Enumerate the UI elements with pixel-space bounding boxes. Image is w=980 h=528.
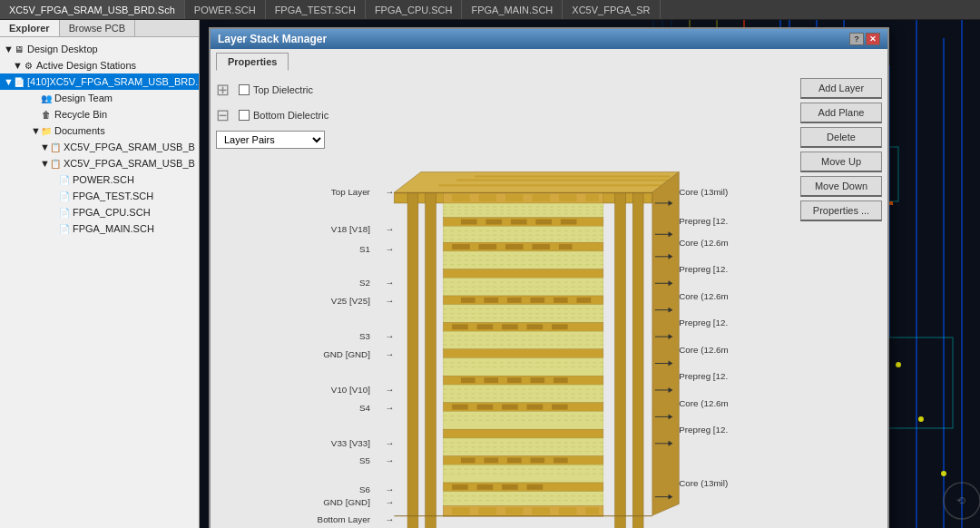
tree-item-design-team[interactable]: 👥 Design Team — [0, 90, 199, 106]
svg-text:Prepreg [12.: Prepreg [12. — [679, 264, 728, 274]
bottom-dielectric-text: Bottom Dielectric — [253, 110, 328, 121]
svg-rect-175 — [443, 492, 603, 506]
svg-rect-183 — [559, 507, 577, 514]
move-up-button[interactable]: Move Up — [800, 152, 882, 172]
tree-item-doc2[interactable]: ▼ 📋 XC5V_FPGA_SRAM_USB_B — [0, 155, 199, 171]
tree-label: Recycle Bin — [54, 109, 107, 120]
add-plane-button[interactable]: Add Plane — [800, 103, 882, 123]
svg-rect-115 — [507, 298, 522, 303]
tree-item-documents[interactable]: ▼ 📁 Documents — [0, 122, 199, 139]
svg-text:Prepreg [12.: Prepreg [12. — [679, 425, 728, 435]
svg-rect-74 — [615, 192, 626, 528]
tree-label: Design Desktop — [27, 44, 98, 54]
tree-item-fpga-main[interactable]: 📄 FPGA_MAIN.SCH — [0, 220, 199, 237]
delete-button[interactable]: Delete — [800, 127, 882, 148]
tab-browse-pcb[interactable]: Browse PCB — [60, 20, 135, 36]
sch-icon: 📄 — [58, 173, 71, 186]
svg-point-24 — [918, 416, 924, 422]
tree-item-active-stations[interactable]: ▼ ⚙ Active Design Stations — [0, 57, 199, 73]
dialog-help-button[interactable]: ? — [849, 33, 864, 45]
svg-rect-93 — [443, 226, 603, 242]
tree-item-doc1[interactable]: ▼ 📋 XC5V_FPGA_SRAM_USB_B — [0, 139, 199, 155]
svg-rect-182 — [532, 507, 550, 514]
top-dielectric-text: Top Dielectric — [253, 84, 313, 95]
svg-point-23 — [896, 362, 901, 367]
svg-rect-78 — [479, 194, 497, 201]
docs-icon: 📁 — [40, 124, 53, 137]
svg-rect-99 — [479, 244, 497, 249]
tab-power[interactable]: POWER.SCH — [185, 0, 266, 19]
svg-text:S4: S4 — [359, 403, 371, 413]
tab-fpga-main[interactable]: FPGA_MAIN.SCH — [462, 0, 563, 19]
svg-text:Core (12.6m: Core (12.6m — [679, 291, 728, 301]
tree-item-fpga-test[interactable]: 📄 FPGA_TEST.SCH — [0, 188, 199, 204]
svg-rect-180 — [479, 507, 497, 514]
svg-text:→: → — [386, 385, 395, 395]
tree-label: FPGA_CPU.SCH — [73, 207, 151, 218]
svg-rect-133 — [443, 349, 603, 358]
svg-text:→: → — [386, 349, 395, 359]
svg-rect-140 — [507, 377, 522, 383]
tree-item-power[interactable]: 📄 POWER.SCH — [0, 171, 199, 188]
svg-text:Core (13mil): Core (13mil) — [679, 187, 728, 197]
tab-sch1[interactable]: XC5V_FPGA_SRAM_USB_BRD.Sch — [0, 0, 185, 19]
dialog-close-button[interactable]: ✕ — [866, 33, 880, 45]
move-down-button[interactable]: Move Down — [800, 176, 882, 197]
svg-rect-172 — [477, 484, 494, 490]
tree-item-recycle-bin[interactable]: 🗑 Recycle Bin — [0, 106, 199, 122]
svg-rect-149 — [477, 405, 494, 410]
tab-explorer[interactable]: Explorer — [0, 20, 60, 36]
sidebar-tabs: Explorer Browse PCB — [0, 20, 199, 37]
svg-rect-117 — [554, 298, 568, 303]
tree-item-design-desktop[interactable]: ▼ 🖥 Design Desktop — [0, 41, 199, 57]
svg-rect-184 — [585, 507, 599, 514]
tree-label: Active Design Stations — [36, 60, 136, 71]
tree-item-fpga-cpu[interactable]: 📄 FPGA_CPU.SCH — [0, 204, 199, 220]
dialog-left-panel: ⊞ Top Dielectric ⊟ Bottom Dielectric — [216, 76, 795, 528]
tree-label: [410]XC5V_FPGA_SRAM_USB_BRD.DDB — [27, 76, 200, 87]
bottom-dielectric-checkbox[interactable] — [239, 110, 250, 121]
svg-text:Core (13mil): Core (13mil) — [679, 478, 728, 488]
svg-text:→: → — [386, 244, 395, 254]
tab-properties[interactable]: Properties — [216, 53, 289, 71]
layer-view-select[interactable]: Layer Pairs All Layers Signal Layers — [216, 131, 325, 149]
expand-icon: ▼ — [40, 158, 49, 169]
svg-rect-101 — [532, 244, 550, 249]
svg-rect-77 — [452, 194, 470, 201]
svg-rect-80 — [532, 194, 550, 201]
svg-rect-82 — [585, 194, 599, 201]
top-dielectric-checkbox[interactable] — [239, 84, 250, 95]
svg-rect-100 — [505, 244, 524, 249]
add-layer-button[interactable]: Add Layer — [800, 78, 882, 99]
properties-button[interactable]: Properties ... — [800, 200, 882, 221]
tab-fpga-test[interactable]: FPGA_TEST.SCH — [266, 0, 366, 19]
svg-text:→: → — [386, 278, 395, 288]
svg-rect-186 — [394, 515, 652, 516]
svg-rect-151 — [527, 405, 544, 410]
svg-text:S6: S6 — [359, 484, 371, 494]
dropdown-row: Layer Pairs All Layers Signal Layers — [216, 131, 795, 154]
svg-rect-113 — [461, 298, 475, 303]
svg-text:→: → — [386, 455, 395, 465]
tab-fpga-cpu[interactable]: FPGA_CPU.SCH — [366, 0, 463, 19]
svg-text:→: → — [386, 514, 395, 524]
tree-item-fpga-ddb[interactable]: ▼ 📄 [410]XC5V_FPGA_SRAM_USB_BRD.DDB — [0, 73, 199, 90]
tab-fpga-sr[interactable]: XC5V_FPGA_SR — [563, 0, 660, 19]
bottom-dielectric-label[interactable]: Bottom Dielectric — [239, 110, 328, 121]
svg-text:⟲: ⟲ — [956, 494, 965, 507]
svg-rect-79 — [505, 194, 524, 201]
svg-rect-128 — [552, 324, 568, 329]
svg-rect-164 — [507, 458, 522, 464]
stations-icon: ⚙ — [22, 59, 34, 72]
top-dielectric-label[interactable]: Top Dielectric — [239, 84, 313, 95]
svg-text:→: → — [386, 438, 395, 448]
stack-svg: Top Layer → V18 [V18] → S1 → S2 → — [216, 154, 795, 528]
svg-rect-152 — [552, 405, 568, 410]
svg-rect-118 — [576, 298, 591, 303]
tree-label: XC5V_FPGA_SRAM_USB_B — [64, 142, 195, 152]
expand-icon: ▼ — [4, 44, 13, 54]
svg-text:→: → — [386, 403, 395, 413]
svg-rect-107 — [443, 269, 603, 279]
svg-rect-92 — [561, 220, 577, 225]
svg-rect-89 — [485, 220, 502, 225]
